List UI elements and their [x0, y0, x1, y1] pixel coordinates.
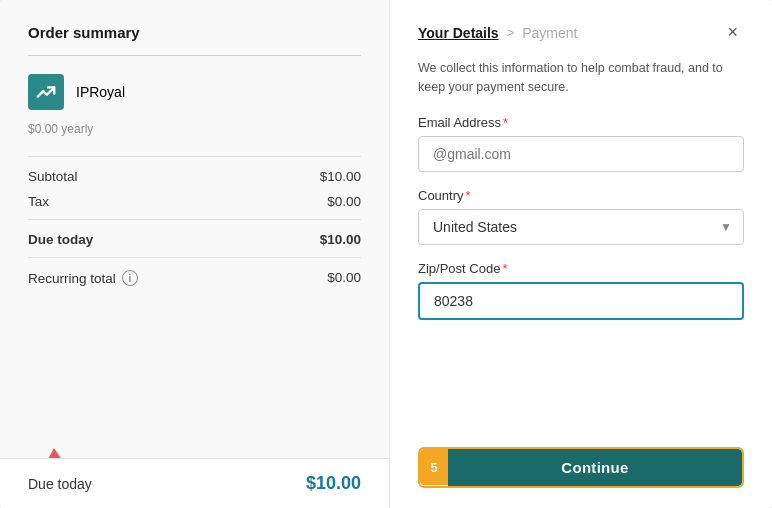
email-group: Email Address *: [418, 115, 744, 172]
email-required-star: *: [503, 115, 508, 130]
subtotal-value: $10.00: [320, 169, 361, 184]
right-header: Your Details > Payment ×: [418, 20, 744, 45]
zip-input[interactable]: [418, 282, 744, 320]
step-chevron-icon: >: [507, 25, 515, 40]
due-today-row: Due today $10.00: [28, 232, 361, 247]
close-button[interactable]: ×: [721, 20, 744, 45]
country-select[interactable]: United States United Kingdom Canada Germ…: [418, 209, 744, 245]
zip-label: Zip/Post Code *: [418, 261, 744, 276]
line-divider-1: [28, 156, 361, 157]
country-label: Country *: [418, 188, 744, 203]
line-divider-3: [28, 257, 361, 258]
email-input[interactable]: [418, 136, 744, 172]
continue-button[interactable]: Continue: [448, 449, 742, 486]
recurring-label: Recurring total: [28, 271, 116, 286]
country-group: Country * United States United Kingdom C…: [418, 188, 744, 245]
footer-due-label: Due today: [28, 476, 92, 492]
country-required-star: *: [466, 188, 471, 203]
product-price: $0.00 yearly: [28, 122, 361, 136]
footer-due-amount: $10.00: [306, 473, 361, 494]
product-name: IPRoyal: [76, 84, 125, 100]
subtotal-label: Subtotal: [28, 169, 78, 184]
order-divider: [28, 55, 361, 56]
product-row: IPRoyal: [28, 74, 361, 110]
order-title: Order summary: [28, 24, 361, 41]
bottom-bar: 5 Continue: [418, 433, 744, 488]
modal-container: Order summary IPRoyal $0.00 yearly Subto…: [0, 0, 772, 508]
email-label: Email Address *: [418, 115, 744, 130]
line-divider-2: [28, 219, 361, 220]
step2-label[interactable]: Payment: [522, 25, 577, 41]
recurring-value: $0.00: [327, 270, 361, 286]
step-badge: 5: [420, 449, 448, 485]
info-text: We collect this information to help comb…: [418, 59, 744, 97]
tax-row: Tax $0.00: [28, 194, 361, 209]
country-select-wrapper: United States United Kingdom Canada Germ…: [418, 209, 744, 245]
steps: Your Details > Payment: [418, 25, 578, 41]
tax-label: Tax: [28, 194, 49, 209]
info-icon[interactable]: i: [122, 270, 138, 286]
due-today-value: $10.00: [320, 232, 361, 247]
recurring-label-group: Recurring total i: [28, 270, 138, 286]
due-today-label: Due today: [28, 232, 93, 247]
zip-required-star: *: [502, 261, 507, 276]
left-panel: Order summary IPRoyal $0.00 yearly Subto…: [0, 0, 390, 508]
step1-label[interactable]: Your Details: [418, 25, 499, 41]
recurring-row: Recurring total i $0.00: [28, 270, 361, 286]
subtotal-row: Subtotal $10.00: [28, 169, 361, 184]
tax-value: $0.00: [327, 194, 361, 209]
left-footer: Due today $10.00: [0, 458, 389, 508]
zip-group: Zip/Post Code *: [418, 261, 744, 320]
right-panel: Your Details > Payment × We collect this…: [390, 0, 772, 508]
product-icon: [28, 74, 64, 110]
continue-wrapper: 5 Continue: [418, 447, 744, 488]
